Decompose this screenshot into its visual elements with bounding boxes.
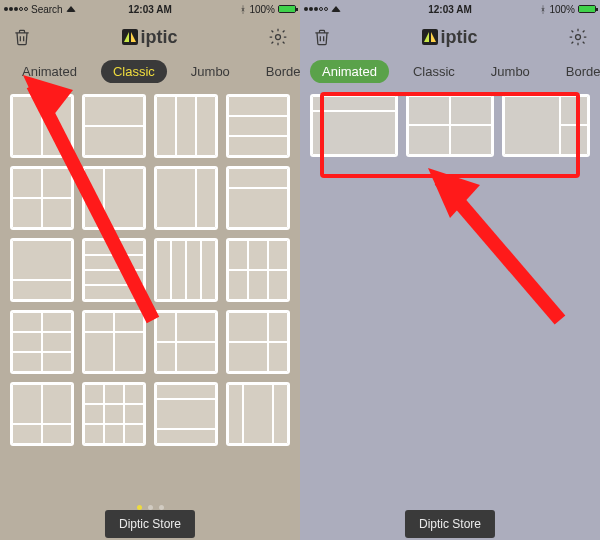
- clock: 12:03 AM: [300, 4, 600, 15]
- left-screenshot: Search 12:03 AM ᚼ 100% iptic: [0, 0, 300, 540]
- layout-tile[interactable]: [10, 238, 74, 302]
- tab-classic[interactable]: Classic: [101, 60, 167, 83]
- layout-tile[interactable]: [226, 94, 290, 158]
- tab-animated[interactable]: Animated: [310, 60, 389, 83]
- layout-tile[interactable]: [502, 94, 590, 157]
- clock: 12:03 AM: [0, 4, 300, 15]
- layout-tile[interactable]: [154, 238, 218, 302]
- layout-tile[interactable]: [154, 94, 218, 158]
- right-screenshot: 12:03 AM ᚼ 100% iptic AnimatedClassi: [300, 0, 600, 540]
- gear-icon[interactable]: [566, 25, 590, 49]
- layout-tile[interactable]: [10, 310, 74, 374]
- diptic-store-button[interactable]: Diptic Store: [105, 510, 195, 538]
- status-bar: Search 12:03 AM ᚼ 100%: [0, 0, 300, 18]
- layout-tile[interactable]: [82, 94, 146, 158]
- nav-bar: iptic: [0, 18, 300, 56]
- nav-bar: iptic: [300, 18, 600, 56]
- layout-tile[interactable]: [226, 238, 290, 302]
- gear-icon[interactable]: [266, 25, 290, 49]
- layout-tile[interactable]: [10, 94, 74, 158]
- layout-tile[interactable]: [154, 166, 218, 230]
- app-title: iptic: [300, 27, 600, 48]
- category-tabs[interactable]: AnimatedClassicJumboBorderedFancyFr: [300, 56, 600, 86]
- layout-tile[interactable]: [406, 94, 494, 157]
- tab-bordered[interactable]: Bordered: [554, 60, 600, 83]
- brand-text: iptic: [440, 27, 477, 48]
- brand-text: iptic: [140, 27, 177, 48]
- logo-icon: [422, 29, 438, 45]
- layout-tile[interactable]: [82, 310, 146, 374]
- battery-icon: [278, 5, 296, 13]
- tab-animated[interactable]: Animated: [10, 60, 89, 83]
- status-bar: 12:03 AM ᚼ 100%: [300, 0, 600, 18]
- trash-icon[interactable]: [310, 25, 334, 49]
- layout-tile[interactable]: [226, 310, 290, 374]
- tab-classic[interactable]: Classic: [401, 60, 467, 83]
- svg-point-1: [576, 35, 581, 40]
- logo-icon: [122, 29, 138, 45]
- svg-point-0: [276, 35, 281, 40]
- layout-tile[interactable]: [154, 382, 218, 446]
- layout-tile[interactable]: [82, 238, 146, 302]
- layout-grid: [300, 86, 600, 157]
- battery-icon: [578, 5, 596, 13]
- category-tabs[interactable]: AnimatedClassicJumboBorderedFancyFr: [0, 56, 300, 86]
- diptic-store-button[interactable]: Diptic Store: [405, 510, 495, 538]
- tab-jumbo[interactable]: Jumbo: [479, 60, 542, 83]
- layout-tile[interactable]: [82, 382, 146, 446]
- layout-tile[interactable]: [82, 166, 146, 230]
- layout-tile[interactable]: [226, 382, 290, 446]
- tab-jumbo[interactable]: Jumbo: [179, 60, 242, 83]
- tab-bordered[interactable]: Bordered: [254, 60, 300, 83]
- layout-tile[interactable]: [310, 94, 398, 157]
- layout-tile[interactable]: [226, 166, 290, 230]
- layout-tile[interactable]: [154, 310, 218, 374]
- layout-grid: [0, 86, 300, 446]
- app-title: iptic: [0, 27, 300, 48]
- layout-tile[interactable]: [10, 166, 74, 230]
- trash-icon[interactable]: [10, 25, 34, 49]
- layout-tile[interactable]: [10, 382, 74, 446]
